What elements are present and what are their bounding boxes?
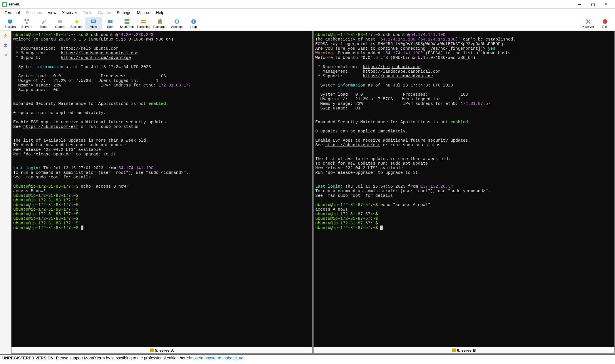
titlebar: serverB ─ ▢ ✕ [0, 0, 615, 9]
toolbar-exit[interactable]: Exit [597, 17, 613, 30]
svg-rect-1 [3, 3, 6, 6]
tools-icon [41, 19, 46, 24]
toolbar-tunneling[interactable]: Tunneling [135, 17, 152, 30]
pane-right: ubuntu@ip-172-31-88-177:~$ ssh ubuntu@54… [313, 31, 615, 354]
terminal-icon [452, 348, 456, 352]
menu-games[interactable]: Games [95, 9, 114, 16]
svg-rect-13 [125, 19, 127, 21]
svg-marker-26 [3, 33, 7, 38]
svg-rect-12 [110, 20, 112, 23]
svg-point-6 [26, 22, 28, 24]
menu-macros[interactable]: Macros [134, 9, 153, 16]
terminal-left[interactable]: ubuntu@ip-172-31-87-57:~/.ssh$ ssh ubunt… [12, 31, 312, 347]
toolbar-tools[interactable]: Tools [35, 17, 52, 30]
star-icon [74, 19, 80, 24]
app-icon [2, 2, 7, 7]
svg-rect-10 [92, 20, 95, 22]
exit-icon [602, 19, 608, 24]
svg-rect-17 [141, 20, 146, 21]
maximize-button[interactable]: ▢ [586, 0, 599, 9]
svg-text:?: ? [192, 20, 194, 24]
servers-icon [24, 19, 30, 24]
sidebar-arrows[interactable] [1, 41, 9, 49]
svg-point-21 [175, 20, 179, 23]
screen-icon [7, 19, 13, 24]
split-icon [107, 19, 113, 24]
help-icon: ? [191, 19, 196, 24]
svg-point-5 [27, 19, 29, 21]
toolbar-split[interactable]: Split [102, 17, 119, 30]
svg-rect-14 [127, 19, 129, 21]
status-version: UNREGISTERED VERSION [2, 356, 54, 360]
toolbar-session[interactable]: Session [2, 17, 18, 30]
menu-view[interactable]: View [45, 9, 59, 16]
toolbar-view[interactable]: View [85, 17, 102, 30]
svg-rect-3 [9, 23, 11, 24]
svg-rect-11 [108, 20, 110, 23]
menu-sessions[interactable]: Sessions [23, 9, 45, 16]
toolbar-sessions[interactable]: Sessions [68, 17, 85, 30]
window-title: serverB [9, 2, 573, 6]
status-text: - Please support MobaXterm by subscribin… [54, 356, 189, 360]
svg-rect-25 [605, 20, 605, 22]
tunneling-icon [141, 19, 146, 24]
toolbar: Session Servers Tools Games Sessions Vie… [0, 17, 615, 30]
minimize-button[interactable]: ─ [573, 0, 586, 9]
toolbar-servers[interactable]: Servers [18, 17, 35, 30]
svg-rect-2 [8, 20, 12, 23]
toolbar-xserver[interactable]: X server [580, 17, 597, 30]
sidebar-plane[interactable] [1, 51, 9, 59]
svg-rect-15 [125, 22, 127, 24]
tab-label-right[interactable]: 6. serverB [314, 347, 614, 353]
statusbar: UNREGISTERED VERSION - Please support Mo… [0, 354, 615, 361]
menu-settings[interactable]: Settings [114, 9, 134, 16]
svg-marker-8 [74, 19, 79, 24]
menu-xserver[interactable]: X server [59, 9, 80, 16]
gear-icon [174, 19, 180, 24]
sidebar-star[interactable] [1, 32, 9, 40]
view-icon [91, 19, 96, 24]
menubar: Terminal Sessions View X server Tools Ga… [0, 9, 615, 17]
svg-rect-16 [127, 22, 129, 24]
multiexec-icon [124, 19, 130, 24]
close-button[interactable]: ✕ [599, 0, 613, 9]
status-link[interactable]: https://mobaxterm.mobatek.net [189, 356, 245, 360]
toolbar-settings[interactable]: Settings [169, 17, 185, 30]
toolbar-packages[interactable]: Packages [152, 17, 169, 30]
toolbar-games[interactable]: Games [52, 17, 68, 30]
main-area: ubuntu@ip-172-31-87-57:~/.ssh$ ssh ubunt… [0, 30, 615, 354]
games-icon [57, 19, 63, 24]
tab-label-left[interactable]: 5. serverA [12, 347, 312, 353]
svg-rect-18 [141, 22, 146, 23]
menu-terminal[interactable]: Terminal [2, 9, 23, 16]
svg-rect-7 [58, 20, 62, 23]
menu-tools[interactable]: Tools [80, 9, 95, 16]
sidebar [0, 30, 11, 354]
svg-marker-20 [158, 19, 162, 20]
packages-icon [157, 19, 163, 24]
toolbar-multiexec[interactable]: MultiExec [119, 17, 135, 30]
menu-help[interactable]: Help [153, 9, 167, 16]
toolbar-help[interactable]: ?Help [185, 17, 202, 30]
svg-rect-19 [158, 20, 162, 24]
terminal-right[interactable]: ubuntu@ip-172-31-88-177:~$ ssh ubuntu@54… [314, 31, 614, 347]
svg-point-4 [24, 19, 26, 21]
pane-left: ubuntu@ip-172-31-87-57:~/.ssh$ ssh ubunt… [11, 31, 313, 354]
xserver-icon [585, 19, 591, 24]
terminal-icon [150, 348, 154, 352]
